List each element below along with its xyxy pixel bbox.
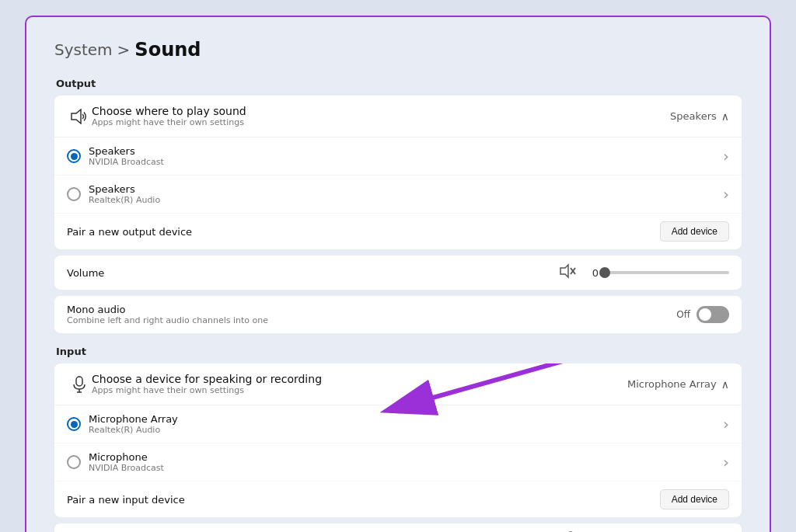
input-device-sub-1: NVIDIA Broadcast: [89, 463, 164, 473]
input-choose-title: Choose a device for speaking or recordin…: [92, 373, 627, 385]
mono-audio-card: Mono audio Combine left and right audio …: [54, 296, 742, 333]
output-device-card: Choose where to play sound Apps might ha…: [54, 96, 742, 249]
mono-audio-subtitle: Combine left and right audio channels in…: [67, 315, 676, 325]
output-device-header[interactable]: Choose where to play sound Apps might ha…: [54, 96, 742, 137]
input-pair-label: Pair a new input device: [67, 494, 185, 506]
svg-marker-0: [72, 110, 81, 123]
output-collapse-icon: [721, 110, 729, 123]
output-device-item-0[interactable]: Speakers NVIDIA Broadcast: [54, 137, 742, 176]
input-chevron-right-1: [723, 453, 729, 471]
output-volume-label: Volume: [67, 267, 129, 279]
output-current-device[interactable]: Speakers: [670, 110, 729, 123]
output-device-sub-0: NVIDIA Broadcast: [89, 157, 164, 167]
chevron-right-icon-0: [723, 147, 729, 165]
input-volume-card: Volume 86: [54, 523, 742, 532]
breadcrumb-system[interactable]: System: [54, 40, 113, 59]
output-device-name-1: Speakers: [89, 183, 160, 195]
settings-window: System > Sound Output Choose where to pl…: [25, 16, 771, 532]
input-device-card: Choose a device for speaking or recordin…: [54, 363, 742, 517]
input-device-sub-0: Realtek(R) Audio: [89, 425, 178, 435]
page-title: Sound: [134, 39, 201, 61]
speaker-icon: [67, 109, 92, 124]
output-device-name-0: Speakers: [89, 145, 164, 157]
input-chevron-right-0: [723, 415, 729, 433]
microphone-header-icon: [67, 376, 92, 393]
chevron-right-icon-1: [723, 185, 729, 203]
input-device-name-0: Microphone Array: [89, 413, 178, 425]
output-volume-value: 0: [583, 267, 599, 279]
svg-rect-4: [76, 377, 82, 386]
input-radio-inner-0: [71, 421, 78, 428]
radio-inner-0: [71, 153, 78, 160]
mono-audio-toggle[interactable]: [696, 306, 729, 323]
svg-marker-1: [560, 265, 568, 277]
input-radio-unselected-1[interactable]: [67, 455, 81, 469]
input-device-item-0[interactable]: Microphone Array Realtek(R) Audio: [54, 405, 742, 443]
output-pair-label: Pair a new output device: [67, 226, 192, 238]
mute-icon[interactable]: [560, 263, 577, 282]
input-add-device-row: Pair a new input device Add device: [54, 482, 742, 517]
radio-unselected-1[interactable]: [67, 187, 81, 201]
output-choose-text: Choose where to play sound Apps might ha…: [92, 105, 670, 127]
output-add-device-row: Pair a new output device Add device: [54, 214, 742, 249]
input-device-name-1: Microphone: [89, 451, 164, 463]
breadcrumb: System > Sound: [54, 39, 742, 61]
input-section-label: Input: [56, 346, 742, 357]
input-collapse-icon: [721, 378, 729, 391]
input-current-device[interactable]: Microphone Array: [627, 378, 729, 391]
output-volume-slider[interactable]: [605, 271, 729, 274]
input-radio-selected-0[interactable]: [67, 417, 81, 431]
breadcrumb-separator: >: [117, 40, 131, 59]
input-device-header[interactable]: Choose a device for speaking or recordin…: [54, 363, 742, 405]
output-volume-card: Volume 0: [54, 256, 742, 290]
output-choose-title: Choose where to play sound: [92, 105, 670, 117]
output-device-item-1[interactable]: Speakers Realtek(R) Audio: [54, 176, 742, 214]
input-add-device-button[interactable]: Add device: [660, 489, 729, 509]
input-section: Input Choose a device for speaking or re…: [54, 346, 742, 532]
mono-audio-title: Mono audio: [67, 304, 676, 315]
mono-audio-state: Off: [676, 309, 690, 320]
output-add-device-button[interactable]: Add device: [660, 221, 729, 242]
output-section-label: Output: [56, 78, 742, 89]
output-volume-controls: 0: [560, 263, 729, 282]
output-choose-subtitle: Apps might have their own settings: [92, 117, 670, 127]
input-device-item-1[interactable]: Microphone NVIDIA Broadcast: [54, 443, 742, 482]
radio-selected-0[interactable]: [67, 149, 81, 163]
toggle-knob: [699, 308, 711, 321]
input-choose-text: Choose a device for speaking or recordin…: [92, 373, 627, 395]
input-choose-subtitle: Apps might have their own settings: [92, 385, 627, 395]
output-device-sub-1: Realtek(R) Audio: [89, 195, 160, 205]
